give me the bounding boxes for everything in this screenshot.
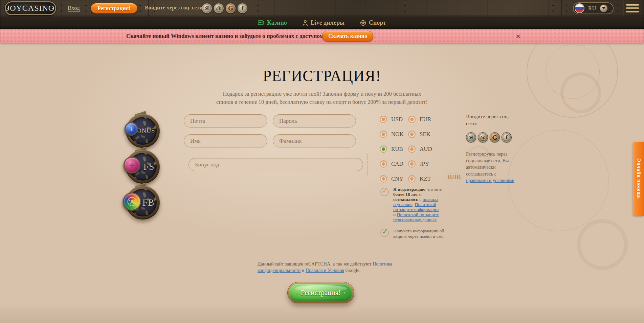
currency-option-kzt[interactable]: KZT (408, 175, 437, 183)
submit-button-face: ‹ Регистрация! › (289, 284, 353, 302)
currency-option-rub[interactable]: RUB (380, 145, 408, 153)
google-terms-link[interactable]: Правила и Условия (306, 268, 344, 273)
sketch-gear-decoration (508, 130, 609, 231)
language-code: RU (588, 5, 596, 11)
radio-icon (408, 116, 416, 123)
social-box-icons: Я @ G f (466, 132, 512, 142)
recaptcha-note: Данный сайт защищен reCAPTCHA, а так же … (258, 261, 402, 274)
rivets-decoration (257, 5, 259, 16)
check-icon: ✓ (381, 227, 389, 236)
currency-option-nok[interactable]: NOK (380, 131, 408, 138)
gear-icon (134, 171, 148, 181)
firstname-field[interactable] (184, 134, 267, 147)
nav-tab-sport[interactable]: Спорт (360, 19, 386, 26)
freebet-badge: FB (126, 186, 160, 220)
slot-machine-icon (258, 20, 264, 26)
subtitle-line: спинов в течение 10 дней, бесплатную ста… (216, 99, 428, 105)
registration-page: JOYCASINO Вход Регистрация! Войдите чере… (0, 0, 644, 323)
facebook-icon[interactable]: f (237, 3, 248, 14)
bonus-badge: BONUS + (126, 114, 160, 148)
radio-icon (408, 131, 416, 138)
arrow-left-icon: ‹ (296, 290, 298, 296)
password-field[interactable] (273, 114, 356, 128)
currency-option-eur[interactable]: EUR (408, 116, 437, 123)
submit-button-label: Регистрация! (301, 289, 341, 297)
joycasino-logo[interactable]: JOYCASINO (5, 1, 56, 15)
rivets-decoration (552, 5, 554, 16)
nav-label: Спорт (369, 19, 386, 26)
radio-icon (380, 160, 387, 168)
download-banner: Скачайте новый Windows клиент казино и з… (0, 29, 644, 43)
page-title: РЕГИСТРАЦИЯ! (0, 67, 644, 85)
download-casino-button[interactable]: Скачать казино (322, 31, 373, 41)
subscribe-checkbox[interactable]: ✓ (380, 229, 389, 237)
close-icon: ✕ (515, 33, 520, 40)
rivets-decoration (85, 5, 87, 16)
bonus-code-field[interactable] (188, 158, 363, 171)
radio-icon (380, 116, 387, 123)
gear-icon (134, 135, 148, 145)
terms-checkbox[interactable]: ✓ (380, 188, 389, 196)
radio-icon (408, 175, 416, 183)
rivets-decoration (404, 5, 406, 16)
currency-option-jpy[interactable]: JPY (408, 160, 437, 168)
subtitle-line: Подарок за регистрацию уже почти твой! З… (223, 91, 421, 97)
currency-option-sek[interactable]: SEK (408, 131, 437, 138)
badge-label: FS (143, 161, 154, 172)
chevron-down-icon[interactable] (600, 4, 608, 13)
terms-and-conditions-link[interactable]: правилами и условиями (466, 178, 514, 183)
language-selector[interactable]: RU (573, 2, 614, 14)
rivets-decoration (61, 5, 62, 16)
football-orb-icon (123, 192, 141, 211)
page-subtitle: Подарок за регистрацию уже почти твой! З… (0, 90, 644, 106)
badge-label: FB (142, 197, 154, 208)
menu-button[interactable] (626, 4, 639, 14)
mailru-icon[interactable]: @ (478, 132, 488, 142)
currency-option-usd[interactable]: USD (380, 116, 408, 123)
football-icon (127, 197, 137, 207)
nav-label: Live дилеры (311, 19, 345, 26)
top-bar: JOYCASINO Вход Регистрация! Войдите чере… (0, 0, 644, 17)
email-field[interactable] (184, 114, 267, 128)
social-login-icons: Я @ G f (202, 3, 248, 14)
banner-close-button[interactable]: ✕ (514, 32, 523, 41)
register-submit-button[interactable]: ‹ Регистрация! › (287, 282, 354, 303)
social-box-heading: Войдите через соц. сети: (466, 113, 513, 127)
google-icon[interactable]: G (490, 132, 500, 142)
login-link[interactable]: Вход (68, 5, 80, 11)
online-help-tab[interactable]: Онлайн помощь (634, 141, 644, 216)
nav-label: Казино (267, 19, 287, 26)
google-icon[interactable]: G (225, 3, 236, 14)
soccer-ball-icon (360, 20, 366, 26)
register-button-top[interactable]: Регистрация! (91, 3, 137, 14)
metal-seam (623, 0, 623, 17)
nav-tab-casino[interactable]: Казино (258, 19, 287, 26)
lastname-field[interactable] (273, 134, 356, 147)
currency-selector: USD EUR NOK SEK RUB AUD CAD JPY (380, 112, 437, 186)
freespins-badge: FS + (126, 150, 160, 184)
currency-option-cny[interactable]: CNY (380, 175, 408, 183)
rivets-decoration (566, 5, 567, 16)
rivets-decoration (617, 5, 618, 16)
facebook-icon[interactable]: f (502, 132, 512, 142)
yandex-icon[interactable]: Я (466, 132, 476, 142)
banner-text: Скачайте новый Windows клиент казино и з… (126, 29, 324, 43)
main-nav: Казино Live дилеры Спорт (0, 17, 644, 29)
or-label: ИЛИ (447, 172, 462, 182)
freespins-orb-icon: + (124, 157, 140, 174)
terms-text: Я подтверждаю что мне более 18 лет и сог… (393, 187, 442, 222)
yandex-icon[interactable]: Я (202, 3, 212, 14)
nav-tab-live-dealers[interactable]: Live дилеры (303, 19, 345, 26)
mailru-icon[interactable]: @ (214, 3, 224, 14)
social-login-label: Войдите через соц. сети: (145, 5, 204, 11)
radio-icon (408, 160, 416, 168)
radio-icon (408, 145, 416, 153)
subscribe-text: Получать информацию об акциях через имей… (393, 228, 447, 239)
personal-data-policy-link[interactable]: Политикой по защите персональных данных (393, 212, 439, 222)
radio-icon (380, 175, 387, 183)
hamburger-icon (626, 4, 639, 13)
arrow-right-icon: › (344, 290, 346, 296)
social-box-note: Регистрируясь через социальные сети, Вы … (466, 151, 517, 184)
currency-option-cad[interactable]: CAD (380, 160, 408, 168)
currency-option-aud[interactable]: AUD (408, 145, 437, 153)
